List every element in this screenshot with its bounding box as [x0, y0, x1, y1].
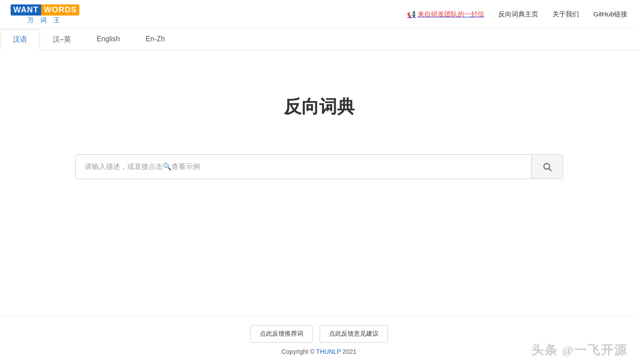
watermark: 头条 @一飞开源 [531, 342, 627, 359]
search-button[interactable] [531, 155, 563, 179]
header: WANT WORDS 万 词 王 📢 来自研发团队的一封信 反向词典主页 关于我… [0, 0, 638, 29]
logo[interactable]: WANT WORDS 万 词 王 [11, 4, 79, 24]
tab-en-zh[interactable]: En-Zh [133, 29, 178, 50]
nav-home-link[interactable]: 反向词典主页 [498, 10, 538, 19]
footer-copyright: Copyright © THUNLP 2021 [282, 348, 356, 355]
nav-announcement-link[interactable]: 📢 来自研发团队的一封信 [407, 10, 484, 19]
logo-top: WANT WORDS [11, 4, 79, 16]
tabs-bar: 汉语 汉–英 English En-Zh [0, 29, 638, 50]
feedback-suggest-button[interactable]: 点此反馈意见建议 [320, 325, 388, 343]
feedback-recommend-button[interactable]: 点此反馈推荐词 [251, 325, 313, 343]
copyright-suffix: 2021 [341, 348, 356, 355]
logo-subtitle: 万 词 王 [27, 16, 63, 24]
tab-zh-en[interactable]: 汉–英 [40, 29, 84, 50]
nav-github-link[interactable]: GitHub链接 [593, 10, 627, 19]
copyright-prefix: Copyright © [282, 348, 316, 355]
page-title: 反向词典 [284, 94, 355, 119]
nav-about-link[interactable]: 关于我们 [552, 10, 579, 19]
nav-links: 📢 来自研发团队的一封信 反向词典主页 关于我们 GitHub链接 [407, 10, 627, 19]
logo-want: WANT [11, 4, 41, 16]
megaphone-icon: 📢 [407, 10, 416, 19]
copyright-link[interactable]: THUNLP [316, 348, 341, 355]
footer: 点此反馈推荐词 点此反馈意见建议 Copyright © THUNLP 2021… [0, 316, 638, 364]
search-icon [542, 162, 552, 172]
svg-line-1 [549, 168, 551, 171]
tab-chinese[interactable]: 汉语 [0, 29, 40, 50]
search-input[interactable] [76, 155, 531, 179]
nav-announcement-text: 来自研发团队的一封信 [418, 10, 484, 19]
logo-words: WORDS [41, 4, 79, 16]
tab-english[interactable]: English [84, 29, 133, 50]
search-container [75, 154, 563, 179]
main-content: 反向词典 [0, 50, 638, 316]
footer-buttons: 点此反馈推荐词 点此反馈意见建议 [251, 325, 388, 343]
